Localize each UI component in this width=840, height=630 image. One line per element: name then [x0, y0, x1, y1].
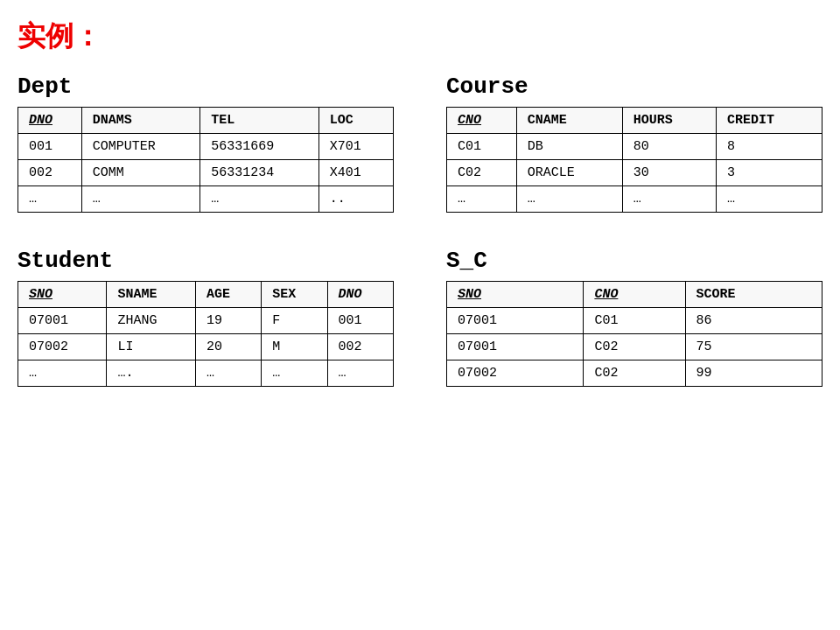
sc-row-2: 07001 C02 75 [447, 334, 822, 360]
dept-col-tel: TEL [200, 108, 319, 134]
student-ellipsis-2: …. [107, 360, 195, 387]
sc-r3-score: 99 [685, 360, 822, 387]
course-ellipsis-2: … [516, 186, 622, 213]
dept-ellipsis-1: … [18, 186, 82, 213]
student-row-2: 07002 LI 20 M 002 [18, 334, 394, 360]
dept-col-dnams: DNAMS [81, 108, 200, 134]
sc-r3-sno: 07002 [447, 360, 584, 387]
course-col-hours: HOURS [622, 108, 716, 134]
course-header-row: CNO CNAME HOURS CREDIT [447, 108, 822, 134]
dept-r1-dno: 001 [18, 134, 82, 160]
student-row-ellipsis: … …. … … … [18, 360, 394, 387]
dept-r1-loc: X701 [318, 134, 393, 160]
dept-r2-dno: 002 [18, 160, 82, 186]
sc-section: S_C SNO CNO SCORE 07001 C01 86 07001 C02… [446, 248, 822, 387]
student-ellipsis-5: … [327, 360, 393, 387]
sc-r1-cno: C01 [584, 308, 685, 334]
sc-table: SNO CNO SCORE 07001 C01 86 07001 C02 75 … [446, 281, 822, 387]
student-r1-age: 19 [195, 308, 261, 334]
course-ellipsis-1: … [447, 186, 517, 213]
student-r2-sno: 07002 [18, 334, 107, 360]
student-row-1: 07001 ZHANG 19 F 001 [18, 308, 394, 334]
student-ellipsis-3: … [195, 360, 261, 387]
course-r2-cname: ORACLE [516, 160, 622, 186]
page-title: 实例： [18, 18, 822, 56]
sc-r1-sno: 07001 [447, 308, 584, 334]
dept-ellipsis-3: … [200, 186, 319, 213]
sc-col-cno: CNO [584, 282, 685, 308]
course-ellipsis-3: … [622, 186, 716, 213]
sc-r2-sno: 07001 [447, 334, 584, 360]
course-row-2: C02 ORACLE 30 3 [447, 160, 822, 186]
course-r1-cname: DB [516, 134, 622, 160]
sc-r1-score: 86 [685, 308, 822, 334]
dept-col-loc: LOC [318, 108, 393, 134]
student-r2-age: 20 [195, 334, 261, 360]
dept-row-2: 002 COMM 56331234 X401 [18, 160, 394, 186]
sc-row-3: 07002 C02 99 [447, 360, 822, 387]
course-r2-cno: C02 [447, 160, 517, 186]
course-col-cno: CNO [447, 108, 517, 134]
student-col-dno: DNO [327, 282, 393, 308]
course-label: Course [446, 74, 822, 100]
dept-section: Dept DNO DNAMS TEL LOC 001 COMPUTER 5633… [18, 74, 394, 213]
dept-table: DNO DNAMS TEL LOC 001 COMPUTER 56331669 … [18, 107, 394, 213]
course-section: Course CNO CNAME HOURS CREDIT C01 DB 80 … [446, 74, 822, 213]
dept-label: Dept [18, 74, 394, 100]
sc-col-score: SCORE [685, 282, 822, 308]
sc-label: S_C [446, 248, 822, 274]
student-r2-dno: 002 [327, 334, 393, 360]
course-row-ellipsis: … … … … [447, 186, 822, 213]
dept-col-dno: DNO [18, 108, 82, 134]
student-label: Student [18, 248, 394, 274]
dept-r2-loc: X401 [318, 160, 393, 186]
student-table: SNO SNAME AGE SEX DNO 07001 ZHANG 19 F 0… [18, 281, 394, 387]
sc-r3-cno: C02 [584, 360, 685, 387]
student-r2-sname: LI [107, 334, 195, 360]
course-r2-hours: 30 [622, 160, 716, 186]
dept-row-ellipsis: … … … .. [18, 186, 394, 213]
dept-r2-dnams: COMM [81, 160, 200, 186]
sc-col-sno: SNO [447, 282, 584, 308]
dept-row-1: 001 COMPUTER 56331669 X701 [18, 134, 394, 160]
student-r2-sex: M [262, 334, 327, 360]
course-row-1: C01 DB 80 8 [447, 134, 822, 160]
student-col-age: AGE [195, 282, 261, 308]
student-r1-sex: F [262, 308, 327, 334]
student-col-sex: SEX [262, 282, 327, 308]
course-col-credit: CREDIT [716, 108, 822, 134]
sc-row-1: 07001 C01 86 [447, 308, 822, 334]
student-ellipsis-1: … [18, 360, 107, 387]
sc-header-row: SNO CNO SCORE [447, 282, 822, 308]
student-r1-dno: 001 [327, 308, 393, 334]
student-header-row: SNO SNAME AGE SEX DNO [18, 282, 394, 308]
student-col-sno: SNO [18, 282, 107, 308]
course-ellipsis-4: … [716, 186, 822, 213]
dept-header-row: DNO DNAMS TEL LOC [18, 108, 394, 134]
student-section: Student SNO SNAME AGE SEX DNO 07001 ZHAN… [18, 248, 394, 387]
student-r1-sname: ZHANG [107, 308, 195, 334]
dept-r1-tel: 56331669 [200, 134, 319, 160]
sc-r2-cno: C02 [584, 334, 685, 360]
dept-ellipsis-4: .. [318, 186, 393, 213]
course-r1-cno: C01 [447, 134, 517, 160]
course-r2-credit: 3 [716, 160, 822, 186]
course-col-cname: CNAME [516, 108, 622, 134]
course-r1-hours: 80 [622, 134, 716, 160]
sc-r2-score: 75 [685, 334, 822, 360]
dept-r2-tel: 56331234 [200, 160, 319, 186]
student-ellipsis-4: … [262, 360, 327, 387]
dept-ellipsis-2: … [81, 186, 200, 213]
dept-r1-dnams: COMPUTER [81, 134, 200, 160]
student-r1-sno: 07001 [18, 308, 107, 334]
course-r1-credit: 8 [716, 134, 822, 160]
course-table: CNO CNAME HOURS CREDIT C01 DB 80 8 C02 O… [446, 107, 822, 213]
student-col-sname: SNAME [107, 282, 195, 308]
